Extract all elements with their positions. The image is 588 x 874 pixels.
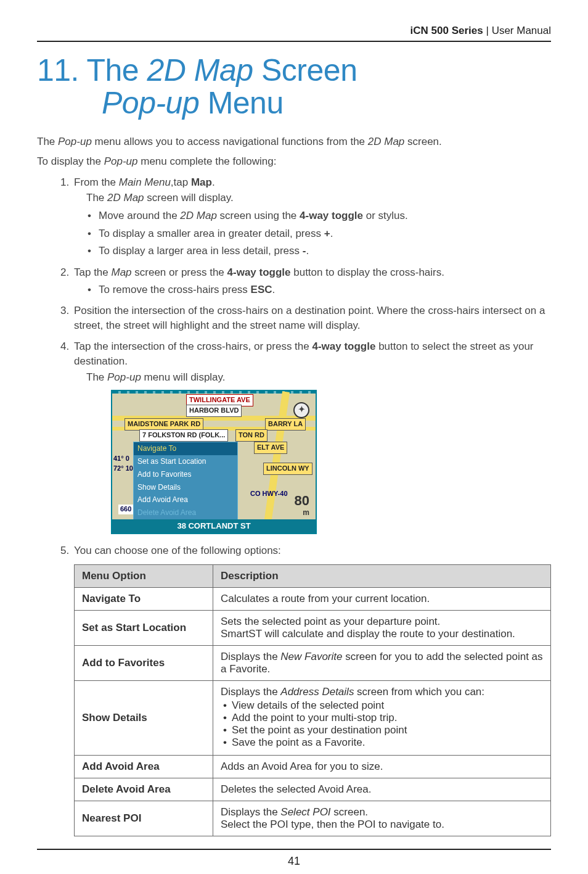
opt-set-start: Set as Start Location	[75, 611, 213, 646]
step-4-sub: The Pop-up menu will display.	[86, 370, 551, 385]
desc-add-avoid: Adds an Avoid Area for you to size.	[213, 756, 551, 778]
street-name-bar: 38 CORTLANDT ST	[112, 519, 316, 533]
steps-list: From the Main Menu,tap Map. The 2D Map s…	[37, 175, 551, 558]
desc-navigate-to: Calculates a route from your current loc…	[213, 588, 551, 611]
step-1-bullet-3: To display a larger area in less detail,…	[99, 244, 551, 259]
road-lincoln: LINCOLN WY	[263, 463, 312, 474]
road-harbor: HARBOR BLVD	[186, 405, 242, 416]
th-description: Description	[213, 565, 551, 588]
opt-add-avoid: Add Avoid Area	[75, 756, 213, 778]
options-table: Menu Option Description Navigate To Calc…	[74, 564, 551, 836]
step-2: Tap the Map screen or press the 4-way to…	[74, 265, 551, 297]
step-5: You can choose one of the following opti…	[74, 543, 551, 558]
marker-660: 660	[118, 505, 133, 514]
page-header: iCN 500 Series | User Manual	[37, 25, 551, 42]
step-1-sub: The 2D Map screen will display.	[86, 191, 551, 206]
menu-show-details: Show Details	[134, 481, 237, 494]
step-1-bullet-2: To display a smaller area in greater det…	[99, 226, 551, 242]
step-2-bullet-1: To remove the cross-hairs press ESC.	[99, 282, 551, 298]
table-row: Navigate To Calculates a route from your…	[75, 588, 551, 611]
distance-unit: m	[295, 508, 309, 518]
step-4: Tap the intersection of the cross-hairs,…	[74, 339, 551, 534]
opt-navigate-to: Navigate To	[75, 588, 213, 611]
road-barry: BARRY LA	[265, 418, 306, 430]
page-number: 41	[288, 855, 300, 867]
opt-nearest-poi: Nearest POI	[75, 801, 213, 836]
desc-set-start: Sets the selected point as your departur…	[213, 611, 551, 646]
menu-add-fav: Add to Favorites	[134, 468, 237, 481]
road-ton: TON RD	[235, 429, 267, 441]
road-cohwy: CO HWY-40	[248, 489, 290, 499]
header-sep: |	[483, 25, 492, 36]
road-maidstone: MAIDSTONE PARK RD	[125, 418, 203, 430]
menu-navigate-to: Navigate To	[134, 442, 237, 455]
table-row: Set as Start Location Sets the selected …	[75, 611, 551, 646]
coord-lat: 41° 0	[113, 454, 129, 463]
intro-p2: To display the Pop-up menu complete the …	[37, 154, 551, 169]
table-row: Show Details Displays the Address Detail…	[75, 681, 551, 756]
product-name: iCN 500 Series	[410, 25, 483, 36]
road-folkston: 7 FOLKSTON RD (FOLK...	[139, 429, 228, 441]
th-menu-option: Menu Option	[75, 565, 213, 588]
desc-add-fav: Displays the New Favorite screen for you…	[213, 646, 551, 681]
main-title: 11. The 2D Map Screen Pop-up Menu	[37, 54, 551, 119]
doc-type: User Manual	[492, 25, 551, 36]
menu-add-avoid: Add Avoid Area	[134, 493, 237, 506]
popup-map-screenshot: TWILLINGATE AVE HARBOR BLVD MAIDSTONE PA…	[111, 390, 317, 534]
distance-value: 80	[295, 494, 309, 508]
table-row: Delete Avoid Area Deletes the selected A…	[75, 778, 551, 801]
intro-p1: The Pop-up menu allows you to access nav…	[37, 134, 551, 149]
opt-delete-avoid: Delete Avoid Area	[75, 778, 213, 801]
step-1-bullet-1: Move around the 2D Map screen using the …	[99, 208, 551, 224]
table-row: Add to Favorites Displays the New Favori…	[75, 646, 551, 681]
table-row: Nearest POI Displays the Select POI scre…	[75, 801, 551, 836]
step-1: From the Main Menu,tap Map. The 2D Map s…	[74, 175, 551, 259]
menu-delete-avoid: Delete Avoid Area	[134, 506, 237, 519]
desc-show-details: Displays the Address Details screen from…	[213, 681, 551, 756]
desc-delete-avoid: Deletes the selected Avoid Area.	[213, 778, 551, 801]
table-row: Add Avoid Area Adds an Avoid Area for yo…	[75, 756, 551, 778]
page-footer: 41	[37, 849, 551, 868]
coord-lon: 72° 10	[113, 464, 133, 473]
opt-show-details: Show Details	[75, 681, 213, 756]
step-3: Position the intersection of the cross-h…	[74, 303, 551, 333]
menu-set-start: Set as Start Location	[134, 455, 237, 468]
road-elt: ELT AVE	[254, 442, 287, 453]
opt-add-fav: Add to Favorites	[75, 646, 213, 681]
desc-nearest-poi: Displays the Select POI screen. Select t…	[213, 801, 551, 836]
